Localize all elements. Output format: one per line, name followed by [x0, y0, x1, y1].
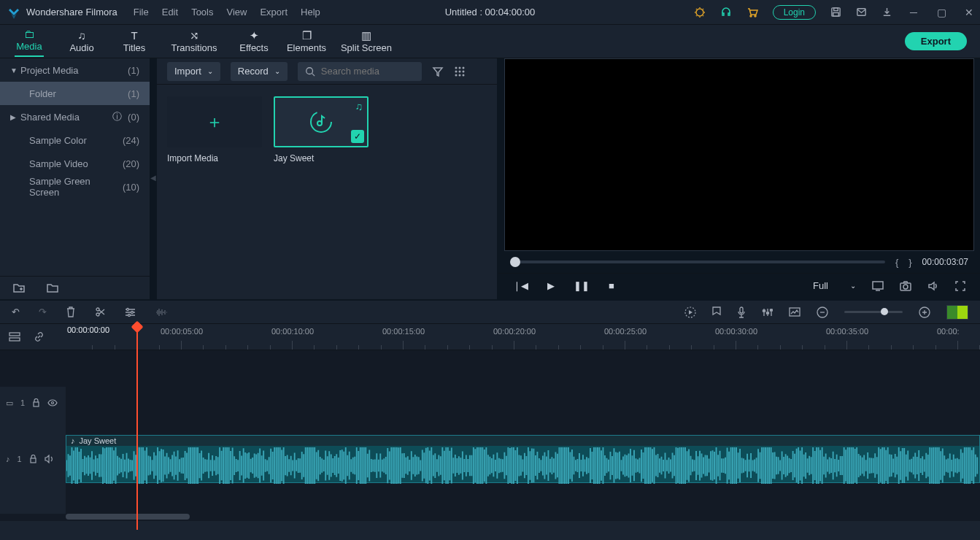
stop-icon[interactable]: ■ [609, 280, 614, 291]
eye-icon[interactable] [47, 399, 58, 406]
media-thumb[interactable]: ♫ ✓ [274, 96, 369, 147]
ruler-label: 00:00:25:00 [604, 327, 647, 336]
audio-clip-jay-sweet[interactable]: ♪ Jay Sweet [66, 435, 980, 483]
login-button[interactable]: Login [773, 5, 816, 20]
panel-divider[interactable]: ◀ [150, 58, 157, 299]
svg-point-2 [755, 15, 756, 17]
track-manager-icon[interactable] [9, 332, 20, 342]
undo-icon[interactable]: ↶ [12, 306, 20, 317]
record-dropdown[interactable]: Record ⌄ [231, 62, 288, 81]
audio-meter[interactable] [946, 305, 968, 320]
scrollbar-thumb[interactable] [66, 514, 190, 520]
track-head: ▭ 1 [0, 387, 66, 419]
search-input[interactable] [321, 66, 409, 77]
zoom-knob[interactable] [881, 308, 888, 315]
video-track-body[interactable] [66, 387, 980, 419]
lock-icon[interactable] [29, 455, 37, 463]
message-icon[interactable] [856, 7, 867, 18]
close-icon[interactable]: ✕ [962, 7, 976, 18]
sidebar-label: Sample Color [29, 135, 123, 146]
audio-track-body[interactable]: ♪ Jay Sweet [66, 433, 980, 485]
cast-icon[interactable] [872, 281, 884, 291]
app-logo-icon [7, 6, 20, 19]
tips-icon[interactable] [694, 7, 706, 18]
sidebar-item-shared-media[interactable]: ▶ Shared Media ⓘ (0) [0, 105, 150, 128]
split-icon[interactable] [95, 306, 106, 317]
menu-edit[interactable]: Edit [162, 7, 178, 18]
out-marker[interactable]: } [908, 257, 911, 268]
redo-icon[interactable]: ↷ [39, 306, 47, 317]
audio-sync-icon[interactable] [155, 307, 168, 317]
grid-view-icon[interactable] [454, 66, 466, 77]
play-icon[interactable]: ▶ [547, 280, 555, 291]
new-folder-icon[interactable] [13, 283, 25, 293]
sidebar-item-folder[interactable]: Folder (1) [0, 82, 150, 105]
tab-titles[interactable]: T Titles [108, 29, 161, 53]
save-icon[interactable] [830, 7, 841, 18]
track-spacer [0, 419, 980, 433]
tab-audio[interactable]: ♫ Audio [55, 29, 108, 53]
tab-transitions[interactable]: ⤭ Transitions [161, 29, 228, 53]
voiceover-icon[interactable] [737, 306, 746, 318]
folder-icon[interactable] [47, 283, 58, 293]
pause-icon[interactable]: ❚❚ [574, 280, 590, 291]
svg-point-26 [128, 314, 131, 316]
sidebar-item-sample-video[interactable]: Sample Video (20) [0, 152, 150, 175]
search-input-wrap[interactable] [298, 62, 422, 81]
ruler-label: 00:00:15:00 [382, 327, 425, 336]
video-track-1[interactable]: ▭ 1 [0, 387, 980, 419]
cart-icon[interactable] [746, 7, 758, 18]
adjust-icon[interactable] [125, 307, 136, 317]
import-media-card[interactable]: ＋ Import Media [167, 96, 262, 163]
filter-icon[interactable] [432, 66, 444, 77]
menu-file[interactable]: File [134, 7, 149, 18]
menu-export[interactable]: Export [260, 7, 288, 18]
render-icon[interactable] [684, 306, 696, 318]
volume-icon[interactable] [927, 281, 939, 291]
tab-splitscreen[interactable]: ▥ Split Screen [333, 29, 400, 53]
collapse-handle-icon[interactable]: ◀ [150, 174, 156, 182]
preview-viewport[interactable] [504, 58, 974, 251]
tab-elements[interactable]: ❐ Elements [280, 29, 333, 53]
speaker-icon[interactable] [45, 455, 54, 463]
download-icon[interactable] [881, 7, 892, 18]
timeline-scrollbar[interactable] [0, 514, 980, 521]
playhead[interactable] [136, 324, 138, 530]
ruler-label: 00:00:30:00 [715, 327, 757, 336]
scrubber-knob[interactable] [510, 257, 520, 267]
snapshot-icon[interactable] [900, 281, 911, 291]
delete-icon[interactable] [66, 306, 76, 317]
marker-icon[interactable] [712, 306, 721, 317]
menu-help[interactable]: Help [301, 7, 320, 18]
preview-scrubber[interactable] [510, 261, 885, 263]
link-icon[interactable] [34, 331, 45, 342]
prev-frame-icon[interactable]: ❘◀ [513, 280, 528, 291]
audio-mixer-icon[interactable] [762, 307, 773, 317]
zoom-out-icon[interactable] [817, 306, 828, 318]
sidebar-item-project-media[interactable]: ▼ Project Media (1) [0, 58, 150, 82]
import-dropdown[interactable]: Import ⌄ [167, 62, 220, 81]
tab-media[interactable]: 🗀 Media [3, 28, 55, 55]
audio-track-1[interactable]: ♪ 1 ♪ Jay Sweet [0, 433, 980, 485]
media-item-jay-sweet[interactable]: ♫ ✓ Jay Sweet [274, 96, 369, 163]
zoom-slider[interactable] [844, 311, 903, 313]
minimize-icon[interactable]: ─ [907, 7, 920, 18]
quality-select[interactable]: Full ⌄ [813, 280, 856, 291]
fullscreen-icon[interactable] [955, 281, 965, 291]
menu-tools[interactable]: Tools [191, 7, 213, 18]
svg-rect-31 [771, 309, 773, 311]
timeline-ruler[interactable]: 00:00:00:00 00:00:05:0000:00:10:0000:00:… [66, 324, 980, 350]
tab-effects[interactable]: ✦ Effects [228, 29, 280, 53]
maximize-icon[interactable]: ▢ [935, 7, 948, 18]
sidebar-item-sample-color[interactable]: Sample Color (24) [0, 128, 150, 152]
thumbnail-icon[interactable] [789, 307, 800, 317]
sidebar-item-sample-green[interactable]: Sample Green Screen (10) [0, 175, 150, 198]
lock-icon[interactable] [32, 398, 40, 407]
support-icon[interactable] [720, 7, 732, 18]
menu-view[interactable]: View [226, 7, 247, 18]
in-marker[interactable]: { [895, 257, 898, 268]
zoom-in-icon[interactable] [919, 306, 930, 318]
export-button[interactable]: Export [905, 32, 967, 50]
import-media-thumb[interactable]: ＋ [167, 96, 262, 147]
split-icon: ▥ [361, 29, 371, 41]
